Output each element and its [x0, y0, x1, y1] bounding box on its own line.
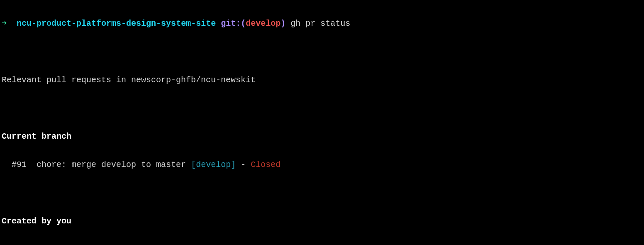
prompt-arrow-icon: ➜ [2, 19, 7, 28]
terminal-output: ➜ ncu-product-platforms-design-system-si… [0, 0, 644, 245]
prompt-git-branch: develop [246, 19, 281, 28]
blank-line [2, 45, 642, 59]
prompt-git-label: git: [221, 19, 241, 28]
pr-title: chore: merge develop to master [37, 160, 186, 169]
section-heading-current-branch: Current branch [2, 130, 642, 144]
relevant-prs-line: Relevant pull requests in newscorp-ghfb/… [2, 73, 642, 87]
pr-row: #91 chore: merge develop to master [deve… [2, 158, 642, 172]
section-heading-created-by-you: Created by you [2, 214, 642, 228]
prompt-command[interactable]: gh pr status [290, 19, 350, 28]
pr-branch: [develop] [191, 160, 236, 169]
prompt-git-paren-open: ( [241, 19, 246, 28]
blank-line [2, 101, 642, 115]
pr-number: #91 [12, 160, 27, 169]
empty-message: You have no open pull requests [2, 243, 642, 245]
prompt-line[interactable]: ➜ ncu-product-platforms-design-system-si… [2, 17, 642, 31]
pr-dash: - [236, 160, 251, 169]
prompt-directory: ncu-product-platforms-design-system-site [17, 19, 216, 28]
pr-status: Closed [251, 160, 281, 169]
prompt-git-paren-close: ) [281, 19, 285, 28]
blank-line [2, 186, 642, 200]
